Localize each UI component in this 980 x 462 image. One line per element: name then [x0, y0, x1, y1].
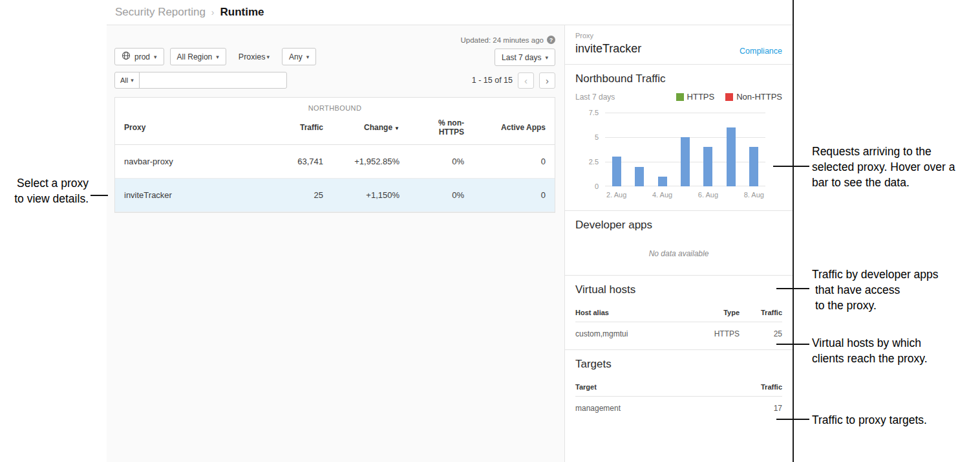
target-row[interactable]: management 17 [575, 397, 782, 415]
globe-icon [122, 51, 131, 62]
compliance-link[interactable]: Compliance [740, 47, 782, 56]
y-tick-label: 2.5 [589, 158, 599, 166]
cell-host-alias: custom,mgmtui [575, 329, 688, 338]
column-header-traffic: Traffic [740, 309, 782, 316]
cell-traffic: 25 [268, 179, 332, 212]
targets-table: Target Traffic management 17 [575, 378, 782, 415]
environment-dropdown-label: prod [134, 52, 150, 61]
next-page-button[interactable]: › [539, 72, 555, 89]
y-tick-label: 5 [595, 133, 599, 141]
y-tick-label: 7.5 [589, 109, 599, 116]
content-area: prod ▾ All Region ▾ Proxies ▾ Any [107, 25, 793, 462]
proxy-label: Proxy [575, 32, 641, 39]
page-title: Runtime [220, 6, 264, 19]
chart-title: Northbound Traffic [575, 72, 782, 85]
annotation-developer-apps: Traffic by developer apps that have acce… [812, 267, 980, 313]
legend-item-https: HTTPS [676, 92, 715, 102]
targets-section: Targets Target Traffic management 17 [565, 350, 793, 415]
cell-traffic: 63,741 [268, 145, 332, 178]
chevron-down-icon: ▾ [131, 77, 134, 83]
annotation-leader-chart [773, 166, 809, 167]
chart-legend: HTTPS Non-HTTPS [665, 92, 782, 102]
column-header-host-alias: Host alias [575, 309, 688, 316]
column-header-non-https[interactable]: % non-HTTPS [409, 113, 473, 144]
cell-proxy-name: navbar-proxy [115, 145, 268, 178]
chart-bar[interactable] [749, 147, 758, 186]
any-dropdown[interactable]: Any ▾ [282, 48, 316, 65]
proxy-detail-panel: Proxy inviteTracker Compliance Northboun… [564, 25, 793, 462]
chart-bar[interactable] [612, 157, 621, 186]
column-header-traffic[interactable]: Traffic [268, 118, 332, 140]
annotation-targets: Traffic to proxy targets. [812, 412, 980, 428]
table-row-navbar-proxy[interactable]: navbar-proxy 63,741 +1,952.85% 0% 0 [115, 145, 555, 179]
column-header-traffic: Traffic [740, 383, 782, 391]
proxy-table: NORTHBOUND Proxy Traffic Change▼ % non-H… [114, 97, 555, 213]
chevron-down-icon: ▾ [545, 54, 548, 61]
column-header-proxy[interactable]: Proxy [115, 118, 268, 140]
cell-traffic: 17 [740, 404, 782, 413]
northbound-traffic-chart: 7.5 5 2.5 0 2. Au [575, 113, 782, 201]
virtual-hosts-table: Host alias Type Traffic custom,mgmtui HT… [575, 303, 782, 340]
breadcrumb-parent-link[interactable]: Security Reporting [115, 6, 206, 19]
https-legend-label: HTTPS [687, 92, 715, 102]
targets-title: Targets [575, 358, 782, 371]
chart-bar[interactable] [635, 167, 644, 186]
proxies-dropdown[interactable]: Proxies ▾ [232, 48, 276, 65]
column-header-change[interactable]: Change▼ [332, 118, 409, 140]
column-header-type: Type [688, 309, 740, 316]
chart-subtitle: Last 7 days [575, 93, 615, 102]
chart-bar[interactable] [658, 177, 667, 186]
annotation-chart: Requests arriving to the selected proxy.… [812, 144, 980, 190]
chart-bar[interactable] [727, 127, 736, 186]
virtual-hosts-title: Virtual hosts [575, 283, 782, 296]
cell-non-https: 0% [409, 145, 473, 178]
cell-traffic: 25 [740, 329, 782, 338]
virtual-hosts-header-row: Host alias Type Traffic [575, 303, 782, 322]
prev-page-button[interactable]: ‹ [518, 72, 534, 89]
chevron-down-icon: ▾ [266, 54, 270, 60]
region-dropdown[interactable]: All Region ▾ [170, 48, 226, 65]
developer-apps-section: Developer apps No data available [565, 211, 793, 276]
chart-x-axis: 2. Aug 4. Aug 6. Aug 8. Aug [605, 191, 765, 201]
date-range-dropdown[interactable]: Last 7 days ▾ [495, 49, 555, 66]
help-icon[interactable]: ? [547, 36, 555, 44]
y-tick-label: 0 [595, 182, 599, 190]
annotation-leader-vhosts [776, 344, 809, 345]
non-https-legend-swatch-icon [725, 93, 733, 101]
chart-bar[interactable] [681, 137, 690, 186]
environment-dropdown[interactable]: prod ▾ [114, 48, 164, 65]
cell-active-apps: 0 [473, 145, 555, 178]
chevron-down-icon: ▾ [154, 54, 157, 60]
proxies-dropdown-label: Proxies [239, 52, 266, 61]
virtual-host-row[interactable]: custom,mgmtui HTTPS 25 [575, 322, 782, 340]
non-https-legend-label: Non-HTTPS [736, 92, 782, 102]
annotation-virtual-hosts: Virtual hosts by which clients reach the… [812, 335, 980, 366]
table-header-row: Proxy Traffic Change▼ % non-HTTPS Active… [115, 113, 555, 145]
chart-bar[interactable] [703, 147, 712, 186]
cell-non-https: 0% [409, 179, 473, 212]
annotation-leader-apps [776, 288, 809, 289]
chart-y-axis: 7.5 5 2.5 0 [575, 113, 599, 186]
cell-type: HTTPS [688, 329, 740, 338]
bar-chart-bars [605, 113, 765, 186]
northbound-traffic-section: Northbound Traffic Last 7 days HTTPS Non… [565, 65, 793, 211]
search-scope-label: All [120, 76, 128, 84]
search-scope-dropdown[interactable]: All ▾ [114, 72, 140, 89]
date-range-label: Last 7 days [502, 53, 541, 62]
search-input[interactable] [139, 72, 287, 89]
proxy-list-panel: prod ▾ All Region ▾ Proxies ▾ Any [107, 25, 564, 462]
updated-text: Updated: 24 minutes ago [460, 36, 544, 44]
sort-desc-icon: ▼ [394, 126, 399, 131]
legend-item-non-https: Non-HTTPS [725, 92, 782, 102]
https-legend-swatch-icon [676, 93, 684, 101]
column-header-active-apps[interactable]: Active Apps [473, 118, 555, 140]
cell-change: +1,150% [332, 179, 409, 212]
targets-header-row: Target Traffic [575, 378, 782, 397]
selected-proxy-name: inviteTracker [575, 42, 641, 56]
pagination-label: 1 - 15 of 15 [472, 76, 513, 85]
developer-apps-title: Developer apps [575, 219, 782, 232]
region-dropdown-label: All Region [177, 52, 213, 61]
x-tick-label: 2. Aug [606, 191, 626, 199]
annotation-leader-targets [776, 419, 809, 420]
table-row-invitetracker[interactable]: inviteTracker 25 +1,150% 0% 0 [115, 179, 555, 212]
